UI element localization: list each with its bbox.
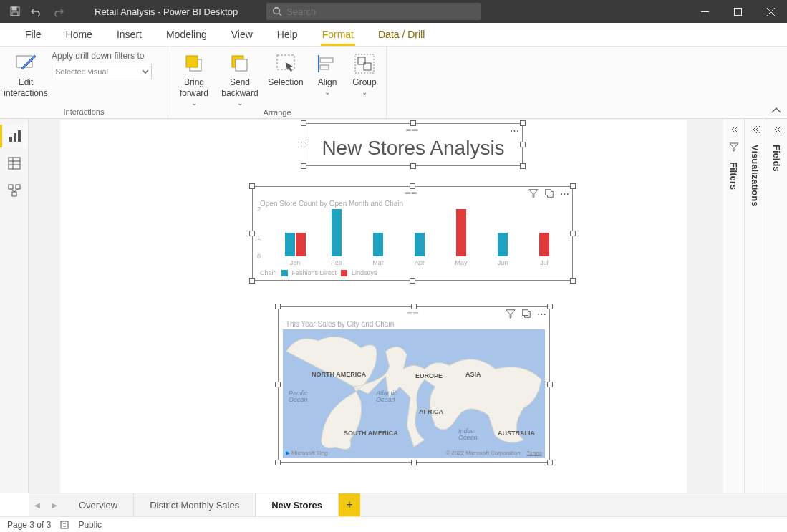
expand-icon[interactable]: [729, 125, 739, 135]
edit-interactions-button[interactable]: Edit interactions: [6, 49, 46, 99]
svg-rect-28: [9, 185, 13, 189]
selection-icon: [274, 52, 297, 75]
svg-rect-11: [186, 56, 198, 67]
filter-icon: [729, 142, 739, 152]
legend-swatch-b: [341, 270, 347, 276]
focus-mode-icon[interactable]: [521, 309, 531, 319]
sensitivity-icon: [59, 520, 69, 530]
bring-forward-icon: [183, 52, 206, 75]
svg-rect-22: [14, 133, 16, 142]
align-icon: [316, 52, 339, 75]
tab-district-monthly-sales[interactable]: District Monthly Sales: [134, 493, 256, 516]
bar-chart-body: 2 1 0 JanFebMarAprMayJunJul: [267, 209, 565, 266]
sensitivity-label[interactable]: Public: [78, 520, 102, 530]
svg-rect-21: [9, 137, 12, 142]
menu-datadrill[interactable]: Data / Drill: [366, 24, 437, 46]
svg-rect-23: [18, 130, 21, 142]
bar-chart-visual[interactable]: ══ ⋯ Open Store Count by Open Month and …: [252, 186, 573, 281]
menu-format[interactable]: Format: [310, 24, 366, 46]
visual-options-icon[interactable]: ⋯: [537, 309, 546, 319]
menu-insert[interactable]: Insert: [105, 24, 154, 46]
edit-interactions-icon: [14, 52, 37, 75]
undo-button[interactable]: [30, 5, 43, 18]
tab-prev-button[interactable]: ◄: [29, 493, 46, 516]
apply-drill-label: Apply drill down filters to: [52, 51, 152, 61]
save-button[interactable]: [9, 5, 21, 18]
title-visual[interactable]: ⋯ ══ New Stores Analysis: [304, 123, 523, 166]
map-copyright: © 2022 Microsoft Corporation Terms: [445, 450, 542, 456]
status-bar: Page 3 of 3 Public: [0, 516, 787, 532]
svg-rect-29: [16, 185, 20, 189]
tab-overview[interactable]: Overview: [63, 493, 134, 516]
menu-view[interactable]: View: [219, 24, 265, 46]
svg-rect-13: [236, 59, 247, 71]
ribbon: Edit interactions Apply drill down filte…: [0, 47, 787, 119]
map-body[interactable]: NORTH AMERICA SOUTH AMERICA EUROPE AFRIC…: [283, 329, 545, 458]
svg-rect-6: [734, 8, 741, 15]
menu-file[interactable]: File: [13, 24, 54, 46]
data-view-button[interactable]: [0, 152, 28, 175]
svg-line-32: [14, 189, 18, 192]
search-input[interactable]: [286, 6, 475, 17]
map-visual[interactable]: ══ ⋯ This Year Sales by City and Chain N…: [278, 306, 550, 463]
fields-pane[interactable]: Fields: [766, 119, 787, 493]
ribbon-collapse-button[interactable]: [770, 104, 783, 117]
align-button[interactable]: Align⌄: [312, 49, 343, 97]
filter-icon[interactable]: [506, 309, 516, 319]
send-backward-icon: [228, 52, 251, 75]
tab-next-button[interactable]: ►: [46, 493, 63, 516]
data-view-icon: [7, 156, 21, 170]
menu-help[interactable]: Help: [265, 24, 310, 46]
legend-swatch-a: [281, 270, 288, 276]
bing-credit: ▶Microsoft Bing: [286, 450, 328, 456]
svg-rect-33: [546, 190, 551, 195]
svg-rect-17: [320, 65, 329, 69]
menu-modeling[interactable]: Modeling: [154, 24, 219, 46]
report-view-button[interactable]: [0, 125, 28, 147]
grip-icon[interactable]: ══: [405, 189, 418, 197]
svg-rect-1: [12, 7, 16, 10]
svg-point-3: [274, 8, 280, 14]
page-tabs: ◄ ► Overview District Monthly Sales New …: [29, 493, 787, 516]
arrange-group-label: Arrange: [174, 108, 380, 118]
send-backward-button[interactable]: Send backward⌄: [220, 49, 260, 108]
svg-line-31: [11, 189, 14, 192]
view-switcher: [0, 119, 29, 493]
svg-rect-24: [9, 158, 20, 169]
interactions-group-label: Interactions: [6, 107, 162, 117]
add-page-button[interactable]: +: [339, 493, 360, 516]
visualizations-pane[interactable]: Visualizations: [744, 119, 766, 493]
filter-icon[interactable]: [528, 188, 539, 198]
focus-mode-icon[interactable]: [544, 188, 554, 198]
app-title: Retail Analysis - Power BI Desktop: [73, 6, 266, 17]
minimize-button[interactable]: [688, 0, 721, 23]
expand-icon[interactable]: [772, 125, 782, 135]
grip-icon[interactable]: ══: [407, 309, 420, 317]
svg-rect-16: [320, 58, 333, 62]
selection-button[interactable]: Selection: [266, 49, 306, 88]
title-bar: Retail Analysis - Power BI Desktop: [0, 0, 787, 23]
report-view-icon: [8, 129, 22, 143]
group-button[interactable]: Group⌄: [349, 49, 380, 97]
search-icon: [272, 6, 282, 16]
menu-home[interactable]: Home: [54, 24, 105, 46]
bring-forward-button[interactable]: Bring forward⌄: [174, 49, 214, 108]
visual-options-icon[interactable]: ⋯: [510, 125, 519, 136]
tab-new-stores[interactable]: New Stores: [256, 493, 339, 516]
svg-rect-2: [12, 12, 18, 16]
redo-button[interactable]: [52, 5, 64, 18]
visual-options-icon[interactable]: ⋯: [560, 188, 569, 199]
model-view-button[interactable]: [0, 179, 28, 202]
page-indicator: Page 3 of 3: [7, 520, 51, 530]
grip-icon[interactable]: ══: [406, 126, 419, 134]
filters-pane[interactable]: Filters: [723, 119, 744, 493]
model-view-icon: [7, 183, 21, 198]
search-box[interactable]: [266, 3, 481, 20]
maximize-button[interactable]: [721, 0, 754, 23]
canvas-area[interactable]: ⋯ ══ New Stores Analysis ══ ⋯ Open Store…: [29, 119, 723, 493]
map-landmass: [283, 329, 545, 458]
svg-rect-30: [12, 192, 16, 196]
close-button[interactable]: [754, 0, 787, 23]
apply-drill-select[interactable]: Selected visual: [52, 64, 152, 79]
expand-icon[interactable]: [750, 125, 761, 135]
